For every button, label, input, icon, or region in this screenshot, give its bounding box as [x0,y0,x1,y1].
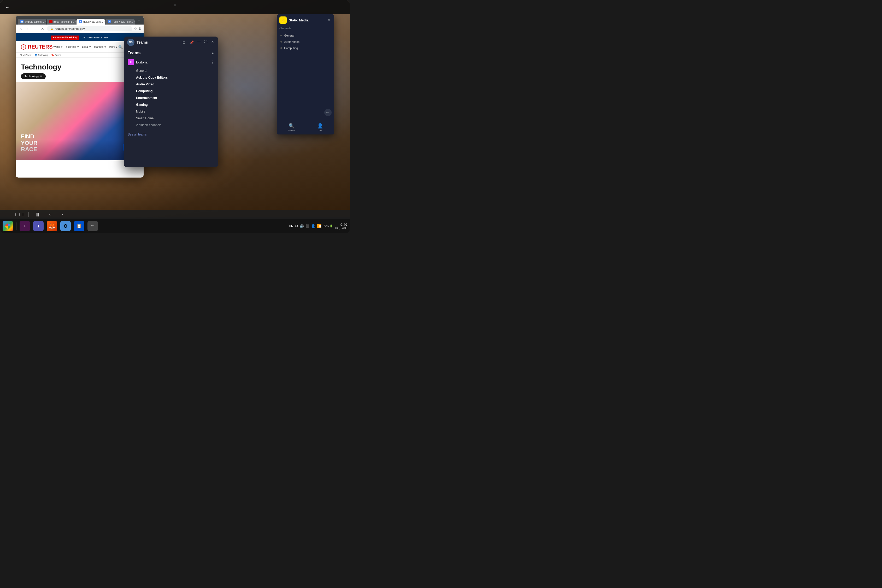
teams-static-sidebar: ⚡ Static Media ⧉ Channels General Audio … [277,14,334,135]
bookmark-icon[interactable]: ☆ [134,27,137,31]
static-you-nav[interactable]: 👤 You [317,123,323,132]
editorial-more-icon[interactable]: ⋮ [210,60,214,65]
channel-general[interactable]: General [124,68,218,74]
tab-label-4: Tech News | Re... [112,20,133,23]
nav-legal[interactable]: Legal ∨ [82,45,91,48]
minimize-button[interactable]: — [196,39,201,44]
static-channel-1[interactable]: General [277,32,334,39]
email-icon: ✉ [295,224,298,228]
see-all-teams-link[interactable]: See all teams [124,130,218,139]
teams-app-icon[interactable]: T [33,221,44,231]
tablet-frame: ← 📄 android tablets... ✕ ● Best Tablets … [0,0,350,233]
teams-popup-window: NS Teams ⊡ 📌 — ⛶ ✕ Teams ▲ [124,36,218,167]
top-system-bar: ← [0,0,350,14]
browser-toolbar: ⌂ ← → ✕ 🔒 reuters.com/technology/ ☆ ⬇ [16,24,144,33]
teams-section-header: Teams ▲ [124,48,218,57]
static-channel-3[interactable]: Computing [277,45,334,51]
wifi-icon[interactable]: 📶 [317,224,321,228]
editorial-name: Editorial [136,60,148,64]
home-button[interactable]: ⌂ [18,26,24,32]
static-bottom-nav: 🔍 Search 👤 You [277,120,334,135]
nav-markets[interactable]: Markets ∨ [94,45,106,48]
front-camera [174,4,176,6]
gesture-nav-bar: ⋮⋮⋮ ||| ○ ‹ [0,210,350,219]
my-view-btn[interactable]: ⊞ My View [20,54,32,56]
secondary-nav-left: ⊞ My View 👤 Following 🔖 Saved [20,54,62,56]
tab-close-3[interactable]: ✕ [105,20,105,23]
trello-icon-char: 📋 [76,224,82,228]
search-icon[interactable]: 🔍 [118,45,123,49]
channel-dot-1 [280,35,282,36]
you-nav-label: You [318,129,322,132]
reload-button[interactable]: ✕ [40,26,45,32]
back-button-top[interactable]: ← [5,5,9,10]
search-nav-label: Search [288,129,294,132]
channel-audio-video[interactable]: Audio Video [124,81,218,88]
compose-button[interactable]: ✏ [324,109,332,116]
channel-smart-home[interactable]: Smart Home [124,115,218,122]
browser-tab-1[interactable]: 📄 android tablets... ✕ [18,19,46,24]
taskbar-right: EN ✉ 🔊 ⬛ 👤 📶 20% 🔋 9:40 Thu, 23/06 [289,223,347,230]
tab-close-2[interactable]: ✕ [75,20,76,23]
close-button[interactable]: ✕ [210,39,215,44]
back-button[interactable]: ← [25,26,31,32]
channel-ask-copy[interactable]: Ask the Copy Editors [124,74,218,81]
nav-world[interactable]: World ∨ [53,45,63,48]
reuters-logo-text: REUTERS [28,44,53,50]
tab-close-4[interactable]: ✕ [135,20,135,23]
lightning-icon: ⚡ [281,18,285,22]
nav-more[interactable]: More ∨ [109,45,118,48]
forward-button[interactable]: → [32,26,38,32]
browser-tab-2[interactable]: ● Best Tablets in t... ✕ [47,19,76,24]
saved-btn[interactable]: 🔖 Saved [51,54,62,56]
tech-filter-button[interactable]: Technology ∨ [21,74,46,80]
channel-computing[interactable]: Computing [124,88,218,94]
teams-section-title: Teams [128,51,141,56]
static-channel-2[interactable]: Audio Video [277,39,334,45]
browser-tabs: 📄 android tablets... ✕ ● Best Tablets in… [18,17,141,24]
user-avatar: NS [127,39,135,46]
tab-favicon-3: ◆ [79,20,82,23]
filter-icon[interactable]: ⧉ [326,18,332,23]
tab-favicon-1: 📄 [20,20,24,23]
back-gesture-btn[interactable]: ‹ [59,211,66,218]
editorial-icon: E [128,59,134,65]
download-icon[interactable]: ⬇ [138,27,141,31]
user-icon: 👤 [311,224,315,228]
time-display: 9:40 Thu, 23/06 [335,223,347,230]
static-sidebar-content: General Audio Video Computing [277,31,334,53]
chrome-app-icon[interactable] [3,221,13,231]
settings-app-icon[interactable]: ⚙ [60,221,71,231]
more-apps-button[interactable]: ••• [87,221,98,231]
hidden-channels-link[interactable]: 2 hidden channels [124,122,218,129]
tab-label-2: Best Tablets in t... [54,20,74,23]
tab-close-1[interactable]: ✕ [45,20,46,23]
nav-business[interactable]: Business ∨ [66,45,79,48]
channel-mobile[interactable]: Mobile [124,108,218,115]
following-btn[interactable]: 👤 Following [34,54,48,56]
pin-icon[interactable]: 📌 [189,39,195,45]
static-search-nav[interactable]: 🔍 Search [288,123,294,132]
reuters-logo: ○ REUTERS [21,44,53,50]
maximize-button[interactable]: ⛶ [203,39,208,44]
editorial-group-header[interactable]: E Editorial ⋮ [124,57,218,68]
browser-tab-3[interactable]: ◆ galaxy tab s8 s... ✕ [76,19,105,24]
get-newsletter-label[interactable]: GET THE NEWSLETTER [82,36,109,39]
slack-app-icon[interactable]: + [20,221,30,231]
apps-gesture-btn[interactable]: ⋮⋮⋮ [16,211,23,218]
address-bar[interactable]: 🔒 reuters.com/technology/ [47,26,132,32]
channel-entertainment[interactable]: Entertainment [124,94,218,101]
screen-icon[interactable]: ⬛ [306,224,309,228]
daily-briefing-label: Reuters Daily Briefing [51,36,80,40]
home-gesture-btn[interactable]: ○ [46,211,54,218]
browser-tab-4[interactable]: ◆ Tech News | Re... ✕ [105,19,135,24]
multiwindow-gesture-btn[interactable]: ||| [34,211,41,218]
picture-in-picture-icon[interactable]: ⊡ [181,39,187,45]
new-tab-button[interactable]: + [136,17,141,24]
popup-title-left: NS Teams [127,39,148,46]
you-nav-icon: 👤 [317,123,323,129]
firefox-app-icon[interactable]: 🦊 [47,221,57,231]
volume-icon[interactable]: 🔊 [300,224,304,228]
trello-app-icon[interactable]: 📋 [74,221,84,231]
channel-gaming[interactable]: Gaming [124,101,218,108]
